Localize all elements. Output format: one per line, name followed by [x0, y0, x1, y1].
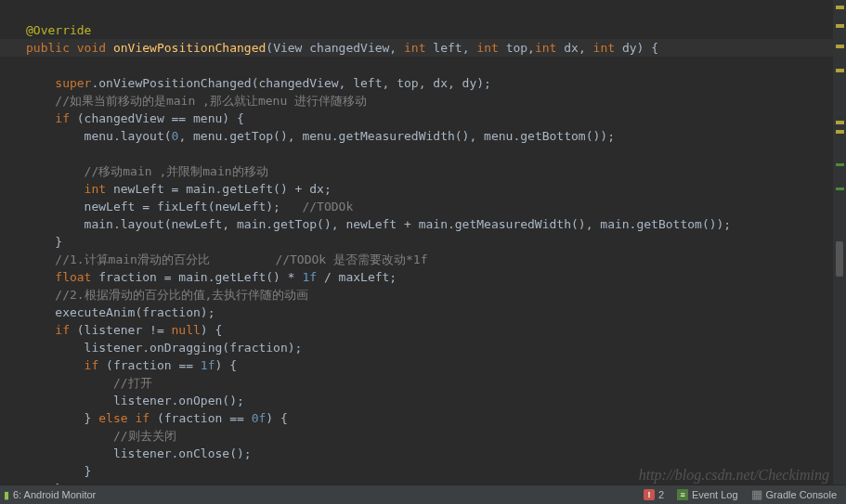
warning-marker[interactable] [836, 24, 844, 28]
warning-marker[interactable] [836, 69, 844, 72]
android-monitor-label: 6: Android Monitor [13, 489, 96, 500]
warning-marker[interactable] [836, 121, 844, 124]
code-editor[interactable]: @Override public void onViewPositionChan… [0, 0, 833, 485]
event-log-tab[interactable]: ≡ Event Log [677, 489, 738, 500]
error-icon: ! [644, 489, 655, 500]
editor-marker-strip[interactable] [833, 0, 846, 485]
status-bar: ▮ 6: Android Monitor ! 2 ≡ Event Log ▦ G… [0, 485, 846, 504]
gradle-console-tab[interactable]: ▦ Gradle Console [751, 489, 837, 500]
warning-marker[interactable] [836, 6, 844, 9]
scrollbar-thumb[interactable] [836, 241, 843, 277]
event-log-label: Event Log [692, 489, 738, 500]
error-count-value: 2 [658, 489, 664, 500]
event-log-icon: ≡ [677, 489, 688, 500]
warning-marker[interactable] [836, 130, 844, 134]
android-monitor-tab[interactable]: ▮ 6: Android Monitor [4, 489, 96, 501]
watermark-text: http://blog.csdn.net/Checkiming [639, 467, 829, 484]
warning-marker[interactable] [836, 45, 844, 48]
annotation: @Override [26, 23, 91, 37]
change-marker[interactable] [836, 163, 844, 166]
method-signature-line: public void onViewPositionChanged(View c… [0, 39, 833, 57]
code-content: @Override public void onViewPositionChan… [0, 0, 833, 485]
gradle-console-label: Gradle Console [766, 489, 837, 500]
gradle-icon: ▦ [751, 489, 762, 500]
change-marker[interactable] [836, 187, 844, 190]
android-icon: ▮ [4, 489, 9, 501]
error-count[interactable]: ! 2 [644, 489, 664, 500]
comment: //如果当前移动的是main ,那么就让menu 进行伴随移动 [55, 94, 367, 108]
